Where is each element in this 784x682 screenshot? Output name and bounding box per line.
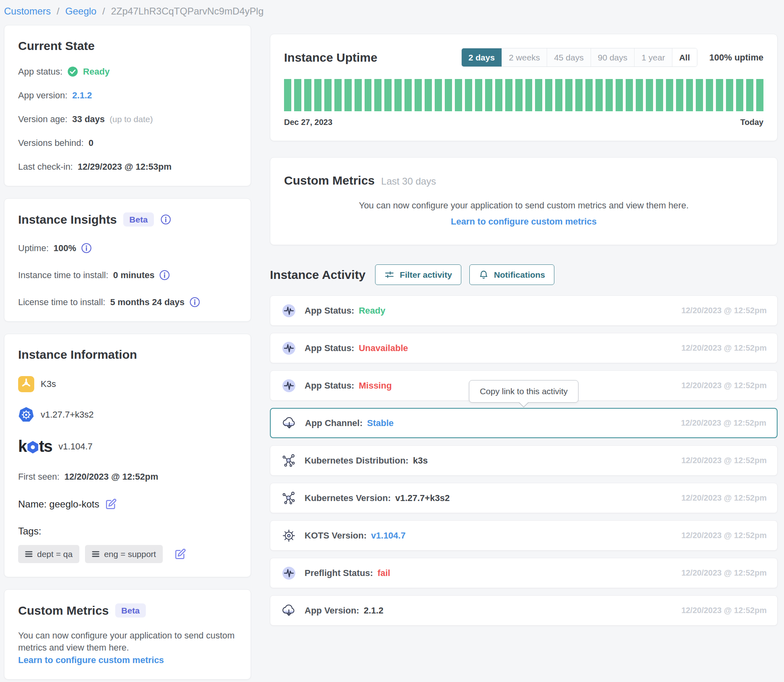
activity-timestamp: 12/20/2023 @ 12:52pm xyxy=(681,493,767,503)
range-button-2-days[interactable]: 2 days xyxy=(462,48,502,67)
filter-activity-button[interactable]: Filter activity xyxy=(375,264,461,285)
uptime-bar xyxy=(355,79,362,111)
uptime-bar xyxy=(294,79,301,111)
check-circle-icon xyxy=(67,66,78,77)
uptime-bar xyxy=(485,79,492,111)
uptime-bar xyxy=(505,79,512,111)
instance-uptime-title: Instance Uptime xyxy=(284,51,377,64)
uptime-bar xyxy=(606,79,613,111)
uptime-bar xyxy=(495,79,502,111)
activity-row-preflight-status[interactable]: Preflight Status: fail 12/20/2023 @ 12:5… xyxy=(270,558,778,588)
notifications-button[interactable]: Notifications xyxy=(469,264,554,285)
range-button-1-year[interactable]: 1 year xyxy=(634,48,672,67)
instance-activity-header: Instance Activity Filter activity Notifi… xyxy=(270,264,778,285)
activity-label: Kubernetes Distribution: xyxy=(305,455,409,466)
pulse-icon xyxy=(281,565,297,581)
edit-tags-icon[interactable] xyxy=(174,548,186,560)
uptime-bar xyxy=(676,79,683,111)
range-button-all[interactable]: All xyxy=(672,48,697,67)
activity-value: v1.27.7+k3s2 xyxy=(395,493,450,503)
uptime-bar xyxy=(445,79,452,111)
custom-metrics-left-title: Custom Metrics xyxy=(18,604,109,618)
uptime-bar xyxy=(626,79,633,111)
uptime-bar xyxy=(545,79,552,111)
filter-activity-label: Filter activity xyxy=(400,270,452,280)
info-icon[interactable] xyxy=(159,270,170,281)
breadcrumb-separator: / xyxy=(102,6,105,17)
uptime-bar xyxy=(646,79,653,111)
uptime-bar xyxy=(656,79,663,111)
last-checkin-label: Last check-in: xyxy=(18,162,73,172)
uptime-bar xyxy=(535,79,542,111)
breadcrumb-instance-id: 2Zp47LhR3CqTQParvNc9mD4yPlg xyxy=(111,6,263,17)
custom-metrics-right-card: Custom Metrics Last 30 days You can now … xyxy=(270,157,778,245)
activity-value: k3s xyxy=(413,455,428,466)
app-status-value: Ready xyxy=(83,67,110,77)
k3s-icon xyxy=(18,376,34,392)
custom-metrics-subtitle: Last 30 days xyxy=(381,176,436,187)
configure-metrics-link[interactable]: Learn to configure custom metrics xyxy=(284,216,763,227)
custom-metrics-left-card: Custom Metrics Beta You can now configur… xyxy=(4,589,251,680)
activity-timestamp: 12/20/2023 @ 12:52pm xyxy=(681,456,767,465)
activity-value: Unavailable xyxy=(359,343,408,353)
activity-timestamp: 12/20/2023 @ 12:52pm xyxy=(681,381,767,390)
app-status-label: App status: xyxy=(18,67,62,77)
activity-value: 2.1.2 xyxy=(364,605,384,616)
bell-icon xyxy=(479,270,489,280)
activity-row-kots-version[interactable]: KOTS Version: v1.104.7 12/20/2023 @ 12:5… xyxy=(270,520,778,551)
activity-timestamp: 12/20/2023 @ 12:52pm xyxy=(681,418,766,428)
distribution-name: K3s xyxy=(41,379,56,389)
edit-name-icon[interactable] xyxy=(105,498,117,510)
current-state-title: Current State xyxy=(18,39,237,53)
uptime-bar xyxy=(404,79,412,111)
uptime-bar xyxy=(384,79,392,111)
uptime-label: Uptime: xyxy=(18,243,49,254)
info-icon[interactable] xyxy=(81,243,92,254)
breadcrumb-customers-link[interactable]: Customers xyxy=(4,6,51,17)
activity-timestamp: 12/20/2023 @ 12:52pm xyxy=(681,568,767,578)
activity-label: Preflight Status: xyxy=(305,568,373,578)
instance-time-to-install-label: Instance time to install: xyxy=(18,270,108,281)
filter-sliders-icon xyxy=(384,270,394,280)
uptime-bar xyxy=(565,79,572,111)
tag-text: eng = support xyxy=(104,549,156,559)
info-icon[interactable] xyxy=(189,297,200,308)
breadcrumb: Customers / Geeglo / 2Zp47LhR3CqTQParvNc… xyxy=(0,0,784,25)
info-icon[interactable] xyxy=(160,214,171,225)
range-button-2-weeks[interactable]: 2 weeks xyxy=(502,48,547,67)
uptime-bar xyxy=(585,79,593,111)
activity-row-app-status-ready[interactable]: App Status: Ready 12/20/2023 @ 12:52pm xyxy=(270,295,778,326)
uptime-bar xyxy=(726,79,733,111)
uptime-bar xyxy=(616,79,623,111)
activity-list: App Status: Ready 12/20/2023 @ 12:52pm A… xyxy=(270,295,778,626)
activity-row-kubernetes-distribution[interactable]: Kubernetes Distribution: k3s 12/20/2023 … xyxy=(270,445,778,476)
uptime-bar xyxy=(465,79,472,111)
left-column: Current State App status: Ready App vers… xyxy=(4,25,251,680)
activity-row-app-channel[interactable]: App Channel: Stable 12/20/2023 @ 12:52pm xyxy=(270,408,778,438)
uptime-bar xyxy=(525,79,533,111)
custom-metrics-left-body: You can now configure your application t… xyxy=(18,630,237,653)
breadcrumb-customer-link[interactable]: Geeglo xyxy=(65,6,96,17)
uptime-bar xyxy=(425,79,432,111)
range-button-45-days[interactable]: 45 days xyxy=(547,48,591,67)
activity-timestamp: 12/20/2023 @ 12:52pm xyxy=(681,606,767,615)
beta-badge: Beta xyxy=(115,603,146,618)
activity-row-kubernetes-version[interactable]: Kubernetes Version: v1.27.7+k3s2 12/20/2… xyxy=(270,483,778,513)
uptime-start-date: Dec 27, 2023 xyxy=(284,118,332,127)
activity-label: Kubernetes Version: xyxy=(305,493,391,503)
kubernetes-version: v1.27.7+k3s2 xyxy=(41,410,93,420)
range-button-90-days[interactable]: 90 days xyxy=(591,48,635,67)
activity-row-app-status-unavailable[interactable]: App Status: Unavailable 12/20/2023 @ 12:… xyxy=(270,333,778,363)
helm-wheel-icon xyxy=(281,528,297,544)
app-version-link[interactable]: 2.1.2 xyxy=(72,90,92,101)
configure-metrics-link[interactable]: Learn to configure custom metrics xyxy=(18,655,164,665)
activity-row-wrapper: Copy link to this activity App Channel: … xyxy=(270,408,778,438)
activity-value: Stable xyxy=(367,418,394,428)
cloud-download-icon xyxy=(281,603,297,619)
activity-row-app-version[interactable]: App Version: 2.1.2 12/20/2023 @ 12:52pm xyxy=(270,595,778,626)
uptime-bar xyxy=(595,79,603,111)
uptime-bar xyxy=(696,79,703,111)
uptime-bar xyxy=(666,79,673,111)
instance-insights-card: Instance Insights Beta Uptime: 100% Inst… xyxy=(4,198,251,322)
tag-lines-icon xyxy=(25,550,33,558)
